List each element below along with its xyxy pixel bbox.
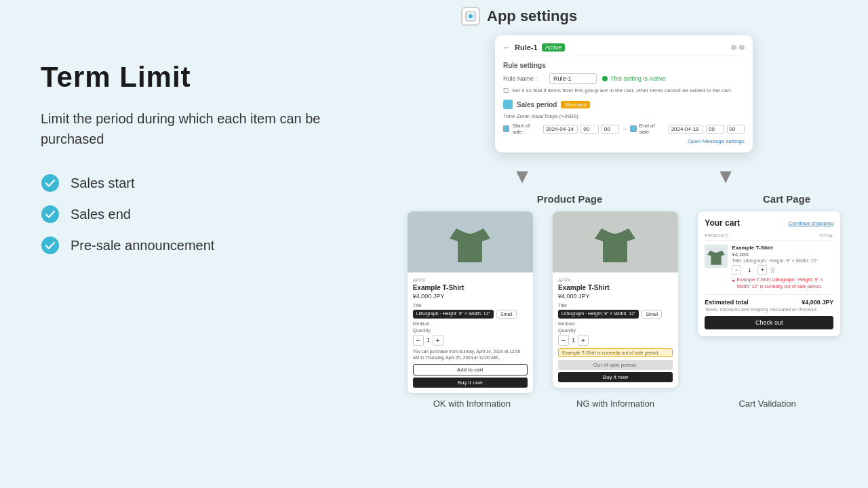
- ng-variant-dark[interactable]: Lithograph · Height: 9" × Width: 12": [558, 310, 639, 319]
- end-date-input[interactable]: 2024-04-18: [669, 125, 703, 134]
- ok-product-name: Example T-Shirt: [413, 284, 528, 291]
- continue-shopping-link[interactable]: Continue shopping: [789, 220, 834, 226]
- check-item-sales-end: Sales end: [41, 205, 353, 224]
- ng-variant-light[interactable]: Small: [642, 310, 662, 319]
- captions-row: OK with Information NG with Information …: [393, 399, 854, 409]
- ng-qty-row: − 1 +: [558, 335, 673, 346]
- app-settings-icon: [461, 7, 480, 26]
- period-icon: [503, 100, 513, 109]
- app-settings-header: App settings: [393, 7, 854, 26]
- arrows-row: ▼ ▼: [393, 165, 854, 188]
- svg-point-0: [41, 174, 59, 192]
- check-item-sales-start: Sales start: [41, 174, 353, 192]
- col-total-label: TOTAL: [818, 233, 833, 238]
- sales-period-title: Sales period: [517, 101, 557, 108]
- start-label: Start of sale:: [512, 123, 540, 135]
- check-label-sales-end: Sales end: [71, 207, 131, 222]
- active-dot: [602, 76, 608, 81]
- check-label-sales-start: Sales start: [71, 176, 134, 191]
- checklist: Sales start Sales end Pre-sale announcem…: [41, 174, 353, 255]
- ok-qty-decrease[interactable]: −: [413, 335, 424, 346]
- ok-qty-label: Quantity: [413, 328, 528, 333]
- check-icon-presale: [41, 236, 60, 255]
- this-setting-active: This setting is Active: [602, 75, 666, 82]
- trash-icon[interactable]: 🗑: [770, 266, 776, 274]
- ok-product-price: ¥4,000 JPY: [413, 293, 528, 300]
- end-label: End of sale:: [639, 123, 666, 135]
- ok-variant-light[interactable]: Small: [496, 310, 517, 319]
- mockup-header-left: ← Rule-1 Active: [503, 43, 565, 52]
- rule-name-label: Rule-1: [515, 43, 538, 52]
- ng-product-name: Example T-Shirt: [558, 284, 673, 291]
- rule-name-field-label: Rule Name :: [503, 75, 544, 82]
- cart-qty-decrease[interactable]: −: [732, 265, 741, 274]
- ng-medium-label: Medium: [558, 321, 673, 326]
- ok-info-text: You can purchase from Sunday, April 14, …: [413, 348, 528, 361]
- ng-title-label: Title: [558, 303, 673, 308]
- ok-qty-increase[interactable]: +: [433, 335, 443, 346]
- checkbox-text: Set it so that if items from this group …: [512, 87, 732, 94]
- product-labels-wrapper: Product Page: [437, 193, 702, 205]
- cart-header: Your cart Continue shopping: [705, 218, 833, 228]
- ok-variant-dark[interactable]: Lithograph · Height: 9" × Width: 12": [413, 310, 494, 319]
- rule-name-input[interactable]: Rule-1: [549, 73, 597, 84]
- ng-out-of-period-button[interactable]: Out of sale period.: [558, 360, 673, 370]
- start-hour-input[interactable]: 00: [580, 125, 598, 134]
- svg-point-1: [41, 205, 59, 223]
- ng-buy-now-button[interactable]: Buy it now: [558, 372, 673, 382]
- ng-product-image-area: [553, 211, 678, 272]
- mockup-close-buttons: [731, 45, 745, 50]
- ng-qty-label: Quantity: [558, 328, 673, 333]
- cart-validation-card: Your cart Continue shopping PRODUCT TOTA…: [698, 211, 840, 336]
- ng-qty-decrease[interactable]: −: [558, 335, 569, 346]
- ok-product-image-area: [408, 211, 533, 272]
- ok-qty-value: 1: [427, 337, 430, 344]
- back-arrow-icon: ←: [503, 43, 511, 52]
- open-message-link[interactable]: Open Message settings: [503, 138, 745, 144]
- ok-add-to-cart-button[interactable]: Add to cart: [413, 364, 528, 375]
- date-range-row: Start of sale: 2024-04-14 00 00 → End of…: [503, 123, 745, 135]
- cart-error-text: Example T-Shirt Lithograph · Height: 9" …: [737, 277, 834, 290]
- end-date-checkbox[interactable]: [630, 125, 636, 132]
- start-date-input[interactable]: 2024-04-14: [543, 125, 578, 134]
- timezone-row: Time Zone: Asia/Tokyo (+0900): [503, 113, 745, 119]
- cart-column-labels: PRODUCT TOTAL: [705, 233, 833, 241]
- ok-buy-now-button[interactable]: Buy it now: [413, 378, 528, 388]
- ng-caption: NG with Information: [553, 399, 678, 409]
- cart-total-row: Estimated total ¥4,000 JPY: [705, 294, 833, 306]
- active-text: This setting is Active: [610, 75, 666, 82]
- col-product-label: PRODUCT: [705, 233, 728, 238]
- ok-brand: APPX: [413, 278, 528, 283]
- arrow-sep: →: [622, 126, 627, 132]
- svg-point-2: [41, 237, 59, 254]
- ng-qty-increase[interactable]: +: [578, 335, 589, 346]
- ok-medium-label: Medium: [413, 321, 528, 326]
- cart-item-details: Example T-Shirt ¥4,000 Title: Lithograph…: [732, 245, 833, 290]
- ok-variant-pills: Lithograph · Height: 9" × Width: 12" Sma…: [413, 310, 528, 319]
- ng-tshirt-image: [595, 218, 635, 266]
- end-hour-input[interactable]: 00: [706, 125, 724, 134]
- page-title: Term Limit: [41, 61, 353, 94]
- cart-tshirt-image: [707, 246, 725, 266]
- cart-qty-row: − 1 + 🗑: [732, 265, 833, 274]
- check-label-presale: Pre-sale announcement: [71, 238, 214, 253]
- ok-tshirt-image: [450, 218, 490, 266]
- check-icon-sales-start: [41, 174, 60, 192]
- cart-page-label: Cart Page: [763, 193, 810, 205]
- end-min-input[interactable]: 00: [727, 125, 745, 134]
- svg-point-4: [469, 14, 473, 18]
- start-date-checkbox[interactable]: [503, 125, 509, 132]
- cart-caption: Cart Validation: [696, 399, 839, 409]
- start-min-input[interactable]: 00: [601, 125, 619, 134]
- left-panel: Term Limit Limit the period during which…: [41, 61, 353, 255]
- cart-details: Your cart Continue shopping PRODUCT TOTA…: [698, 211, 840, 336]
- standard-badge: Standard: [561, 101, 589, 108]
- subtitle-text: Limit the period during which each item …: [41, 108, 353, 149]
- checkout-button[interactable]: Check out: [705, 316, 833, 329]
- estimated-total-amount: ¥4,000 JPY: [802, 299, 833, 306]
- estimated-total-label: Estimated total: [705, 299, 749, 306]
- checkbox-row: ☐ Set it so that if items from this grou…: [503, 87, 745, 94]
- ng-warning-text: Example T-Shirt is currently out of sale…: [558, 348, 673, 357]
- cart-qty-increase[interactable]: +: [757, 265, 767, 274]
- ng-brand: APPX: [558, 278, 673, 283]
